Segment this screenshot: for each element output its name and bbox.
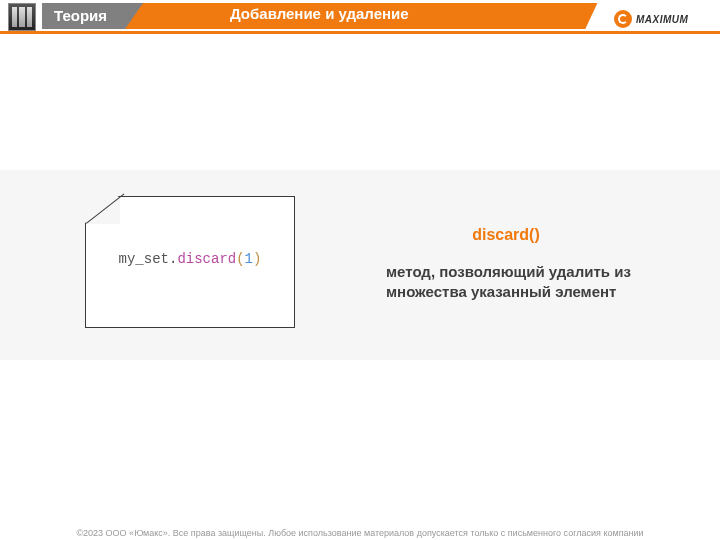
- code-card: my_set.discard(1): [85, 196, 295, 328]
- card-fold-corner: [86, 197, 120, 224]
- footer-copyright: ©2023 ООО «Юмакс». Все права защищены. Л…: [0, 528, 720, 538]
- code-token-method: discard: [177, 251, 236, 267]
- slide-header: Теория Добавление и удаление MAXIMUM: [0, 0, 720, 38]
- slide-title: Добавление и удаление: [230, 5, 409, 22]
- method-name: discard(): [386, 226, 626, 244]
- columns-icon: [8, 3, 36, 31]
- code-line: my_set.discard(1): [86, 251, 294, 267]
- code-token-open-paren: (: [236, 251, 244, 267]
- code-token-object: my_set: [119, 251, 169, 267]
- code-token-arg: 1: [245, 251, 253, 267]
- logo-text: MAXIMUM: [636, 14, 688, 25]
- logo-icon: [614, 10, 632, 28]
- method-description: метод, позволяющий удалить из множества …: [386, 262, 666, 303]
- header-underline: [0, 31, 720, 34]
- code-token-close-paren: ): [253, 251, 261, 267]
- explanation-block: discard() метод, позволяющий удалить из …: [386, 226, 666, 303]
